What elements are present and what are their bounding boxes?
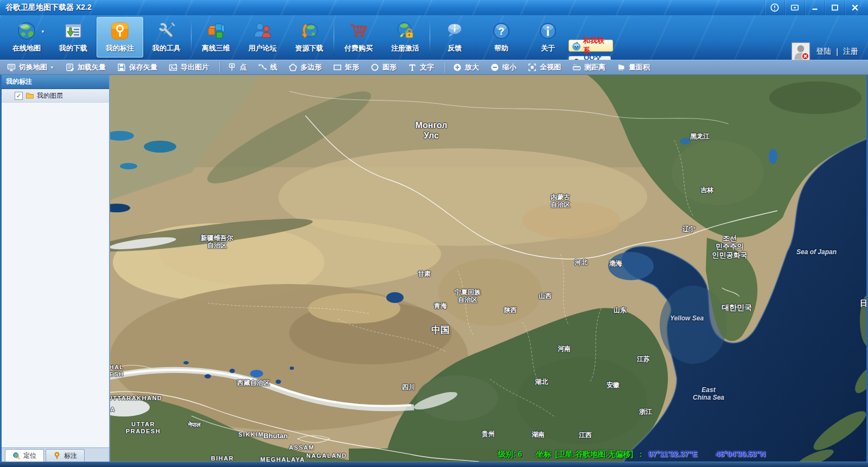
strip-item-rectangle[interactable]: 矩形 [331, 61, 361, 73]
toolbar-button-my-downloads[interactable]: 我的下载 [50, 17, 97, 58]
save-icon [117, 63, 126, 72]
sidebar-header: 我的标注 [2, 75, 109, 89]
toolbar-button-label: 用户论坛 [248, 43, 277, 53]
toolbar-button-my-tools[interactable]: 我的工具 [143, 17, 190, 58]
strip-item-label: 全视图 [540, 62, 561, 72]
toolbar-button-label: 资源下载 [295, 43, 323, 53]
toolbar-button-feedback[interactable]: 反馈 [431, 17, 478, 58]
tab-locate-icon [12, 452, 20, 459]
window-close-button[interactable] [845, 0, 865, 15]
sidebar-body [2, 103, 109, 447]
cart-icon [348, 19, 369, 43]
toolbar-button-label: 付费购买 [344, 43, 373, 53]
marker-icon [110, 19, 130, 43]
main-toolbar: ▼在线地图我的下载我的标注我的工具离线三维用户论坛资源下载付费购买注册激活反馈?… [0, 15, 868, 60]
strip-item-label: 加载矢量 [78, 62, 106, 72]
strip-item-measure-area[interactable]: 量面积 [615, 61, 652, 73]
dropdown-arrow-icon: ▼ [41, 29, 45, 34]
register-link[interactable]: 注册 [843, 47, 858, 56]
load-icon [66, 63, 74, 72]
globe-arrow-icon [299, 19, 320, 43]
strip-item-label: 测距离 [584, 62, 605, 72]
win-min-icon [810, 3, 820, 12]
strip-item-point[interactable]: 点 [226, 61, 248, 73]
globe-lock-icon [395, 19, 416, 43]
strip-item-label: 圆形 [382, 62, 397, 72]
avatar[interactable] [791, 42, 810, 61]
contact-me-button[interactable]: 和我联系 [569, 40, 613, 52]
tool-strip: 切换地图▼加载矢量保存矢量导出图片点线多边形矩形圆形文字放大缩小全视图测距离量面… [0, 60, 868, 75]
layer-tree-item[interactable]: ✓ 我的图层 [2, 89, 109, 103]
title-bar: 谷歌卫星地图下载器 X2.2 [0, 0, 868, 15]
strip-separator [220, 62, 220, 73]
strip-item-line[interactable]: 线 [257, 61, 279, 73]
main-toolbar-buttons: ▼在线地图我的下载我的标注我的工具离线三维用户论坛资源下载付费购买注册激活反馈?… [3, 17, 571, 58]
tab-marker-icon [53, 452, 61, 459]
fullview-icon [528, 63, 537, 72]
folder-icon [25, 91, 34, 100]
strip-item-load-vector[interactable]: 加载矢量 [64, 61, 107, 73]
users-icon [252, 19, 273, 43]
strip-item-polygon[interactable]: 多边形 [287, 61, 323, 73]
win-tray-icon [790, 3, 800, 12]
toolbar-button-resource-download[interactable]: 资源下载 [286, 17, 333, 58]
tab-annotate[interactable]: 标注 [46, 449, 85, 462]
window-tray-button[interactable] [784, 0, 805, 15]
layer-label: 我的图层 [37, 91, 63, 100]
satellite-imagery [110, 75, 866, 462]
ruler-icon [572, 63, 581, 72]
toolbar-button-label: 我的工具 [152, 43, 181, 53]
strip-item-label: 切换地图 [19, 62, 47, 72]
toolbar-button-help[interactable]: ?帮助 [478, 17, 525, 58]
strip-item-label: 矩形 [345, 62, 359, 72]
login-register-divider: | [836, 47, 838, 56]
window-minimize-button[interactable] [805, 0, 825, 15]
strip-item-measure-distance[interactable]: 测距离 [571, 61, 607, 73]
circle-icon [371, 63, 379, 72]
cubes-icon [206, 19, 226, 43]
window-maximize-button[interactable] [825, 0, 845, 15]
monitor-icon [7, 63, 16, 72]
toolbar-button-my-annotations[interactable]: 我的标注 [97, 17, 143, 58]
toolbar-button-label: 离线三维 [202, 43, 230, 53]
annotations-sidebar: 我的标注 ✓ 我的图层 定位标注 [2, 75, 110, 462]
strip-item-label: 点 [240, 62, 247, 72]
content-area: 我的标注 ✓ 我的图层 定位标注 [0, 75, 868, 462]
area-icon [617, 63, 626, 72]
toolbar-button-paid-purchase[interactable]: 付费购买 [335, 17, 382, 58]
layer-checkbox[interactable]: ✓ [15, 92, 23, 100]
win-info-icon [770, 3, 780, 12]
toolbar-button-offline-3d[interactable]: 离线三维 [193, 17, 239, 58]
strip-item-circle[interactable]: 圆形 [369, 61, 398, 73]
toolbar-button-online-map[interactable]: ▼在线地图 [3, 17, 50, 58]
image-icon [169, 63, 177, 72]
toolbar-button-label: 帮助 [494, 43, 508, 53]
plus-circle-icon [453, 63, 462, 72]
tab-locate[interactable]: 定位 [5, 449, 44, 462]
toolbar-button-about[interactable]: 关于 [525, 17, 571, 58]
toolbar-button-label: 反馈 [448, 43, 462, 53]
toolbar-button-register-activate[interactable]: 注册激活 [382, 17, 429, 58]
text-icon [408, 63, 417, 72]
strip-item-switch-map[interactable]: 切换地图▼ [5, 61, 56, 73]
window-title: 谷歌卫星地图下载器 X2.2 [5, 3, 92, 12]
satellite-map[interactable]: 级别: 6坐标[卫星.谷歌地图:无偏移]：97°11'32.37"E46°04'… [110, 75, 866, 462]
svg-text:?: ? [498, 26, 505, 37]
strip-item-label: 量面积 [629, 62, 650, 72]
toolbar-button-user-forum[interactable]: 用户论坛 [239, 17, 286, 58]
strip-item-zoom-out[interactable]: 缩小 [489, 61, 518, 73]
strip-separator [445, 62, 445, 73]
win-max-icon [830, 3, 840, 12]
login-link[interactable]: 登陆 [816, 47, 831, 56]
strip-item-zoom-in[interactable]: 放大 [451, 61, 481, 73]
window-info-button[interactable] [764, 0, 784, 15]
question-icon: ? [491, 19, 512, 43]
minus-circle-icon [490, 63, 499, 72]
strip-item-export-image[interactable]: 导出图片 [167, 61, 210, 73]
strip-item-text[interactable]: 文字 [406, 61, 436, 73]
strip-item-label: 文字 [420, 62, 434, 72]
strip-item-label: 放大 [465, 62, 479, 72]
strip-item-save-vector[interactable]: 保存矢量 [116, 61, 159, 73]
strip-item-full-view[interactable]: 全视图 [526, 61, 563, 73]
toolbar-button-label: 在线地图 [12, 43, 41, 53]
